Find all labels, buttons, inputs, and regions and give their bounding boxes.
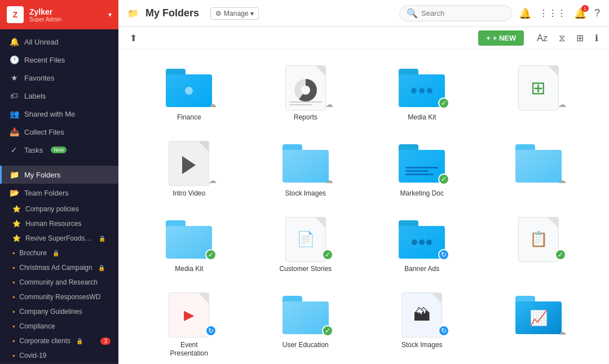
toolbar-right-icons: Az ⧖ ⊞ ℹ (534, 31, 601, 45)
folder-label: Compliance (19, 322, 55, 330)
folder-small-icon: ▪ (12, 352, 15, 359)
folder-label: Covid-19 (19, 352, 46, 359)
grid-icon[interactable]: ⋮⋮⋮ (539, 8, 566, 19)
file-item-stock-images-2[interactable]: 🏔 ↻ Stock Images (368, 288, 476, 364)
file-item-chart[interactable]: 📈 ☁ (485, 288, 593, 364)
search-input[interactable] (421, 9, 505, 17)
collect-icon: 📥 (10, 127, 19, 136)
sidebar-item-compliance[interactable]: ▪ Compliance (0, 319, 118, 334)
folder-label: Brochure (19, 249, 47, 257)
sidebar-item-label: Collect Files (24, 128, 64, 136)
video-icon: ▶ (184, 307, 194, 323)
sidebar-item-corporate-clients[interactable]: ▪ Corporate clients 🔒 3 (0, 334, 118, 348)
sync-icon: ↻ (438, 325, 449, 336)
folder-label: Christmas Ad Campaign (19, 264, 92, 272)
file-item-blue-folder-2[interactable]: ☁ (485, 137, 593, 204)
file-item-finance[interactable]: ☁ Finance (135, 61, 243, 128)
file-item-marketing-doc[interactable]: ✓ Marketing Doc (368, 137, 476, 204)
upload-button[interactable]: ⬆ (126, 30, 140, 46)
app-subtitle: Super Admin (29, 16, 61, 23)
app-name: Zylker (29, 7, 61, 16)
main-content: 📁 My Folders ⚙ Manage ▾ 🔍 🔔 ⋮⋮⋮ 🔔 1 ? ⬆ … (118, 0, 609, 364)
sidebar-item-team-folders[interactable]: 📂 Team Folders (0, 184, 118, 202)
sidebar-item-revive-superfoods[interactable]: ⭐ Revive SuperFoods Ad ... 🔒 (0, 231, 118, 246)
folder-label: Company policies (25, 205, 79, 213)
pdf-icon: 📋 (529, 230, 548, 248)
sidebar-item-recent-files[interactable]: 🕐 Recent Files (0, 51, 118, 69)
file-label: Marketing Doc (400, 189, 444, 198)
file-label: Media Kit (408, 113, 436, 122)
sidebar-item-company-policies[interactable]: ⭐ Company policies (0, 202, 118, 216)
file-item-banner-ads[interactable]: ↻ Banner Ads (368, 212, 476, 279)
folder-small-icon: ▪ (12, 278, 15, 286)
file-label: Event Presentation (161, 341, 217, 358)
lock-icon: 🔒 (76, 338, 83, 344)
sidebar-item-all-unread[interactable]: 🔔 All Unread (0, 33, 118, 51)
search-box[interactable]: 🔍 (399, 5, 512, 21)
file-item-reports[interactable]: ☁ Reports (252, 61, 360, 128)
file-item-intro-video[interactable]: ☁ Intro Video (135, 137, 243, 204)
cloud-icon: ☁ (558, 176, 566, 185)
new-button[interactable]: + + NEW (478, 30, 524, 46)
doc-icon: 📄 (297, 230, 315, 248)
sync-icon: ↻ (205, 325, 217, 336)
team-folder-icon: 📂 (10, 188, 19, 197)
folder-small-icon: ▪ (12, 249, 15, 257)
sidebar-item-label: All Unread (24, 38, 59, 46)
sidebar: Z Zylker Super Admin ▾ 🔔 All Unread 🕐 Re… (0, 0, 118, 364)
lock-icon: 🔒 (52, 250, 59, 256)
filter-icon[interactable]: ⧖ (556, 32, 568, 45)
cloud-icon: ☁ (558, 100, 566, 109)
sidebar-item-my-folders[interactable]: 📁 My Folders (0, 166, 118, 184)
file-item-user-education[interactable]: ✓ User Education (252, 288, 360, 364)
sidebar-item-community-research[interactable]: ▪ Community and Research (0, 275, 118, 290)
folder-label: Community and Research (19, 278, 98, 286)
check-icon: ✓ (10, 145, 19, 154)
sidebar-item-label: Team Folders (24, 189, 69, 197)
topbar-icons: 🔔 ⋮⋮⋮ 🔔 1 ? (519, 7, 600, 20)
status-check-icon: ✓ (438, 97, 449, 109)
sort-icon[interactable]: Az (534, 32, 550, 45)
app-logo: Z (7, 6, 24, 23)
manage-button[interactable]: ⚙ Manage ▾ (210, 7, 259, 20)
help-icon[interactable]: ? (594, 7, 600, 19)
file-item-media-kit-2[interactable]: ✓ Media Kit (135, 212, 243, 279)
lock-icon: 🔒 (98, 265, 105, 271)
sidebar-item-brochure[interactable]: ▪ Brochure 🔒 (0, 246, 118, 260)
star-icon: ★ (10, 73, 19, 82)
notification-icon[interactable]: 🔔 (519, 7, 531, 20)
page-title: My Folders (145, 7, 199, 19)
sidebar-item-covid[interactable]: ▪ Covid-19 (0, 348, 118, 363)
sidebar-item-labels[interactable]: 🏷 Labels (0, 87, 118, 105)
lock-icon: 🔒 (99, 236, 105, 242)
label-icon: 🏷 (10, 91, 19, 100)
folder-small-icon: ▪ (12, 293, 15, 301)
folder-label: Community ResponsesWD (19, 293, 100, 301)
file-item-stock-images[interactable]: ☁ Stock Images (252, 137, 360, 204)
sidebar-item-human-resources[interactable]: ⭐ Human Resources (0, 216, 118, 231)
info-icon[interactable]: ℹ (592, 31, 601, 45)
sidebar-item-community-responses[interactable]: ▪ Community ResponsesWD (0, 290, 118, 304)
new-badge: New (51, 147, 67, 153)
sidebar-collapse-icon[interactable]: ▾ (108, 11, 112, 19)
view-icon[interactable]: ⊞ (573, 31, 586, 45)
sidebar-item-christmas-ad[interactable]: ▪ Christmas Ad Campaign 🔒 (0, 260, 118, 275)
sidebar-item-collect-files[interactable]: 📥 Collect Files (0, 123, 118, 141)
file-item-pdf[interactable]: 📋 ✓ (485, 212, 593, 279)
sidebar-item-favorites[interactable]: ★ Favorites (0, 69, 118, 87)
file-item-media-kit[interactable]: ✓ Media Kit (368, 61, 476, 128)
file-item-customer-stories[interactable]: 📄 ✓ Customer Stories (252, 212, 360, 279)
sidebar-item-tasks[interactable]: ✓ Tasks New (0, 141, 118, 159)
sidebar-item-shared-with-me[interactable]: 👥 Shared with Me (0, 105, 118, 123)
file-item-event-presentation[interactable]: ▶ ↻ Event Presentation (135, 288, 243, 364)
manage-label: Manage (224, 10, 248, 17)
alert-button[interactable]: 🔔 1 (574, 7, 586, 20)
sidebar-item-company-guidelines[interactable]: ▪ Company Guidelines (0, 304, 118, 319)
file-grid: ☁ Finance ☁ Reports (118, 50, 609, 364)
chart-icon: 📈 (529, 309, 548, 327)
file-item-excel[interactable]: ⊞ ☁ (485, 61, 593, 128)
mountain-icon: 🏔 (413, 305, 430, 325)
status-check-icon: ✓ (205, 249, 217, 260)
star-icon: ⭐ (12, 234, 21, 242)
cloud-icon: ☁ (325, 176, 333, 185)
